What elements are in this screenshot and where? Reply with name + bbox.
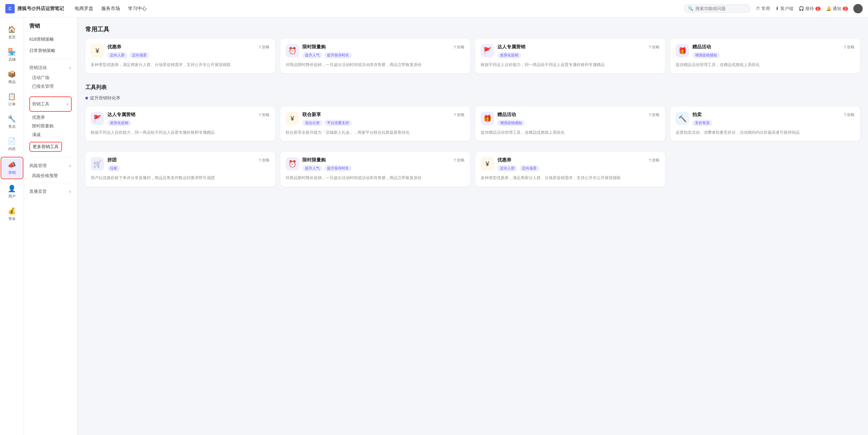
tool-card-common-2[interactable]: 🚩 达人专属营销 ? 攻略 差异化促销 根据不同达人议价能力，同一商品给不同达人… <box>475 39 665 74</box>
common-label: 常用 <box>761 6 770 12</box>
sidebar-item-risk-price[interactable]: 风险价格预警 <box>29 171 72 180</box>
tag: 拉新 <box>107 165 120 171</box>
header-search[interactable]: 🔍 <box>684 4 750 13</box>
tool-guide[interactable]: ? 攻略 <box>844 45 855 50</box>
tool-card-title-row: 拍卖 ? 攻略 <box>692 112 855 118</box>
marketing-tools-label: 营销工具 <box>32 101 49 107</box>
nav-market[interactable]: 服务市场 <box>101 6 120 12</box>
tool-card-list1-2[interactable]: 🎁 赠品活动 ? 攻略 增强促销感知 提供赠品活动管理工具，送赠品优惠线上系统化 <box>475 107 665 141</box>
bell-icon: 🔔 <box>826 6 831 11</box>
tool-guide[interactable]: ? 攻略 <box>259 157 270 163</box>
client-button[interactable]: ⬇ 客户端 <box>775 6 793 12</box>
tool-icon: 🎁 <box>676 44 689 57</box>
logo-icon: C <box>5 4 15 13</box>
search-input[interactable] <box>695 6 746 11</box>
headset-icon: 🎧 <box>799 6 804 11</box>
tool-card-list1-0[interactable]: 🚩 达人专属营销 ? 攻略 差异化促销 根据不同达人议价能力，同一商品给不同达人… <box>85 107 275 141</box>
tool-card-name: 拼团 <box>107 157 117 163</box>
tool-guide[interactable]: ? 攻略 <box>649 112 660 118</box>
tool-card-list2-1[interactable]: ⏰ 限时限量购 ? 攻略 提升人气提升留存时长 对商品限时降价促销，一旦超出活动… <box>280 152 470 186</box>
tool-card-common-0[interactable]: ¥ 优惠券 ? 攻略 定向人群定向场景 多种类型优惠券，满足商家分人群、分场景促… <box>85 39 275 74</box>
header: C 搜狐号@抖店运营笔记 电商罗盘 服务市场 学习中心 🔍 ⏱ 常用 ⬇ 客户端… <box>0 0 868 17</box>
sidebar-item-coupon[interactable]: 优惠券 <box>29 113 72 122</box>
more-tools-label[interactable]: 更多营销工具 <box>33 144 59 149</box>
sidebar-item-aftersale[interactable]: 🔧 售后 <box>2 112 22 132</box>
tool-card-header: ⏰ 限时限量购 ? 攻略 提升人气提升留存时长 <box>286 44 465 58</box>
tool-guide[interactable]: ? 攻略 <box>844 112 855 118</box>
tool-desc: 多种类型优惠券，满足商家分人群、分场景促销需求，支持公开非公开展现领取 <box>480 175 660 181</box>
logo[interactable]: C 搜狐号@抖店运营笔记 <box>5 4 64 13</box>
sidebar-label-user: 用户 <box>8 194 16 199</box>
tool-card-name: 联合新享 <box>302 112 321 118</box>
header-nav: 电商罗盘 服务市场 学习中心 <box>75 6 684 12</box>
sidebar-item-user[interactable]: 👤 用户 <box>2 182 22 202</box>
tool-card-name: 达人专属营销 <box>107 112 135 118</box>
logo-text: 搜狐号@抖店运营笔记 <box>17 6 64 12</box>
sidebar-label-shop: 店铺 <box>8 57 16 62</box>
product-icon: 📦 <box>8 70 16 78</box>
common-button[interactable]: ⏱ 常用 <box>756 6 770 12</box>
tool-card-info: 限时限量购 ? 攻略 提升人气提升留存时长 <box>302 157 465 171</box>
avatar[interactable] <box>853 4 863 13</box>
tag: 差异化促销 <box>107 120 131 126</box>
sidebar-section-risk[interactable]: 风险管理 ∨ <box>29 160 72 171</box>
notification-button[interactable]: 🔔 通知 2 <box>826 6 848 12</box>
sidebar-section-marketing-tools[interactable]: 营销工具 ∨ <box>32 98 69 110</box>
tool-card-list2-0[interactable]: 🛒 拼团 ? 攻略 拉新 用户以优惠价格下单并分享直播间，商品总售卖件数达到要求… <box>85 152 275 186</box>
main-content: 常用工具 ¥ 优惠券 ? 攻略 定向人群定向场景 多种类型优惠券，满足商家分人群… <box>78 17 868 435</box>
tool-icon: ¥ <box>286 112 299 125</box>
tool-card-info: 达人专属营销 ? 攻略 差异化促销 <box>107 112 270 126</box>
order-icon: 📋 <box>8 92 16 100</box>
tool-desc: 根据不同达人议价能力，同一商品给不同达人设置专属价格和专属赠品 <box>91 129 270 136</box>
marketing-icon: 📣 <box>8 161 16 169</box>
tool-card-info: 优惠券 ? 攻略 定向人群定向场景 <box>497 157 660 171</box>
tool-guide[interactable]: ? 攻略 <box>454 157 465 163</box>
tool-card-common-3[interactable]: 🎁 赠品活动 ? 攻略 增强促销感知 提供赠品活动管理工具，送赠品优惠线上系统化 <box>670 39 860 74</box>
sidebar-item-finance[interactable]: 💰 资金 <box>2 204 22 224</box>
sidebar-item-daily[interactable]: 日常营销策略 <box>29 45 72 56</box>
tool-card-header: ¥ 联合新享 ? 攻略 混合出资平台流量支持 <box>286 112 465 126</box>
tool-card-list1-3[interactable]: 🔨 拍卖 ? 攻略 竞价售卖 设置拍卖活动，消费者轮番竞价后，活动期间内出价最高… <box>670 107 860 141</box>
sidebar-item-fullreduce[interactable]: 满减 <box>29 130 72 139</box>
nav-ecommerce[interactable]: 电商罗盘 <box>75 6 93 12</box>
question-icon: ? <box>649 45 651 50</box>
sidebar-item-activity-plaza[interactable]: 活动广场 <box>29 74 72 82</box>
reception-badge: 1 <box>815 7 821 11</box>
tool-desc: 根据不同达人议价能力，同一商品给不同达人设置专属价格和专属赠品 <box>480 62 660 68</box>
tool-desc: 对商品限时降价促销，一旦超出活动时间或活动库存售罄，商品立即恢复原价 <box>286 62 465 68</box>
sidebar-section-live[interactable]: 直播卖货 ∨ <box>29 186 72 197</box>
tool-guide[interactable]: ? 攻略 <box>259 45 270 50</box>
tool-card-header: 🛒 拼团 ? 攻略 拉新 <box>91 157 270 171</box>
sidebar-sub-title: 营销 <box>24 23 77 34</box>
search-icon: 🔍 <box>688 6 693 11</box>
tool-card-name: 赠品活动 <box>497 112 516 118</box>
tool-guide[interactable]: ? 攻略 <box>454 112 465 118</box>
sidebar-item-shop[interactable]: 🏪 店铺 <box>2 45 22 65</box>
tool-icon: 🔨 <box>676 112 689 125</box>
tool-card-list1-1[interactable]: ¥ 联合新享 ? 攻略 混合出资平台流量支持 联合新享全新升级为「店铺新人礼金」… <box>280 107 470 141</box>
tool-card-common-1[interactable]: ⏰ 限时限量购 ? 攻略 提升人气提升留存时长 对商品限时降价促销，一旦超出活动… <box>280 39 470 74</box>
reception-button[interactable]: 🎧 接待 1 <box>799 6 821 12</box>
nav-learning[interactable]: 学习中心 <box>128 6 147 12</box>
tag: 混合出资 <box>302 120 322 126</box>
sidebar-item-timelimited[interactable]: 限时限量购 <box>29 122 72 130</box>
sidebar-item-618[interactable]: 618营销策略 <box>29 34 72 45</box>
tool-card-list2-2[interactable]: ¥ 优惠券 ? 攻略 定向人群定向场景 多种类型优惠券，满足商家分人群、分场景促… <box>475 152 665 186</box>
sidebar-section-activity[interactable]: 营销活动 ∨ <box>29 62 72 74</box>
tool-guide[interactable]: ? 攻略 <box>259 112 270 118</box>
sidebar-item-product[interactable]: 📦 商品 <box>2 67 22 87</box>
chevron-down-icon-2: ∨ <box>66 102 69 107</box>
sidebar-label-product: 商品 <box>8 79 16 84</box>
sidebar-item-order[interactable]: 📋 订单 <box>2 90 22 109</box>
sidebar-item-home[interactable]: 🏠 首页 <box>2 23 22 42</box>
tool-desc: 多种类型优惠券，满足商家分人群、分场景促销需求，支持公开非公开展现领取 <box>91 62 270 68</box>
sidebar-item-content[interactable]: 📄 内容 <box>2 135 22 154</box>
tool-guide[interactable]: ? 攻略 <box>649 157 660 163</box>
tool-card-header: 🚩 达人专属营销 ? 攻略 差异化促销 <box>91 112 270 126</box>
tool-guide[interactable]: ? 攻略 <box>454 45 465 50</box>
tool-card-info: 联合新享 ? 攻略 混合出资平台流量支持 <box>302 112 465 126</box>
tool-guide[interactable]: ? 攻略 <box>649 45 660 50</box>
question-icon: ? <box>259 158 261 163</box>
sidebar-item-marketing[interactable]: 📣 营销 <box>2 158 22 178</box>
sidebar-item-registered[interactable]: 已报名管理 <box>29 82 72 91</box>
